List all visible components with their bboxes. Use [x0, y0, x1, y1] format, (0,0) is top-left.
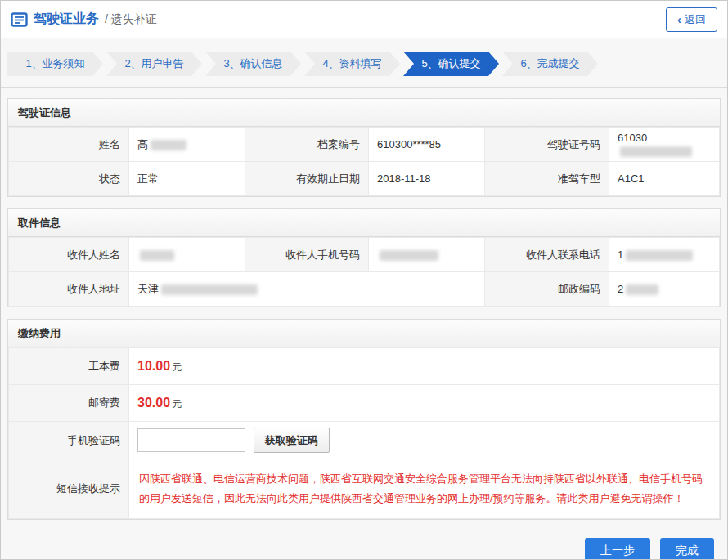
license-no-label: 驾驶证号码 — [485, 128, 609, 162]
header: 驾驶证业务 / 遗失补证 ‹ 返回 — [1, 1, 727, 38]
get-sms-code-button[interactable]: 获取验证码 — [254, 428, 330, 453]
table-row: 工本费 10.00元 — [9, 348, 720, 385]
footer-actions: 上一步 完成 — [7, 531, 721, 560]
sms-code-label: 手机验证码 — [9, 422, 129, 459]
step-tabs: 1、业务须知 2、用户申告 3、确认信息 4、资料填写 5、确认提交 6、完成提… — [1, 38, 727, 88]
pickup-info-title: 取件信息 — [8, 209, 720, 237]
step-tab-5-active[interactable]: 5、确认提交 — [403, 52, 499, 76]
recipient-tel-label: 收件人联系电话 — [485, 238, 609, 272]
production-fee-value: 10.00元 — [129, 348, 720, 385]
production-fee-label: 工本费 — [9, 348, 129, 385]
step-tab-1[interactable]: 1、业务须知 — [7, 52, 103, 76]
payment-title: 缴纳费用 — [8, 320, 720, 347]
redacted-value — [626, 284, 658, 295]
postcode-label: 邮政编码 — [485, 272, 609, 307]
pickup-info-table: 收件人姓名 收件人手机号码 收件人联系电话 1 收件人地址 天津 邮政编码 2 — [8, 237, 720, 307]
table-row: 短信接收提示 因陕西省联通、电信运营商技术问题，陕西省互联网交通安全综合服务管理… — [9, 459, 720, 519]
chevron-left-icon: ‹ — [677, 14, 681, 25]
sms-notice-cell: 因陕西省联通、电信运营商技术问题，陕西省互联网交通安全综合服务管理平台无法向持陕… — [129, 459, 720, 519]
status-value: 正常 — [129, 162, 245, 196]
file-no-value: 610300****85 — [369, 128, 485, 162]
postage-fee-label: 邮寄费 — [9, 385, 129, 422]
sms-notice-label: 短信接收提示 — [9, 459, 129, 519]
recipient-tel-value: 1 — [609, 238, 720, 272]
payment-table: 工本费 10.00元 邮寄费 30.00元 手机验证码 获取验证码 — [8, 347, 720, 519]
table-row: 收件人姓名 收件人手机号码 收件人联系电话 1 — [9, 238, 720, 272]
vehicle-type-label: 准驾车型 — [485, 162, 609, 196]
redacted-value — [626, 250, 693, 261]
license-info-section: 驾驶证信息 姓名 高 档案编号 610300****85 驾驶证号码 61030… — [7, 98, 721, 197]
postcode-value: 2 — [609, 272, 720, 307]
recipient-phone-value — [369, 238, 485, 272]
name-value: 高 — [129, 128, 245, 162]
expiry-value: 2018-11-18 — [369, 162, 485, 196]
recipient-name-label: 收件人姓名 — [9, 238, 129, 272]
step-tab-2[interactable]: 2、用户申告 — [106, 52, 202, 76]
license-info-title: 驾驶证信息 — [8, 99, 720, 127]
pickup-info-section: 取件信息 收件人姓名 收件人手机号码 收件人联系电话 1 收件人地址 天津 邮政… — [7, 208, 721, 307]
redacted-value — [380, 250, 438, 261]
page: 驾驶证业务 / 遗失补证 ‹ 返回 1、业务须知 2、用户申告 3、确认信息 4… — [0, 0, 728, 560]
file-no-label: 档案编号 — [245, 128, 369, 162]
finish-button[interactable]: 完成 — [660, 538, 714, 560]
back-button[interactable]: ‹ 返回 — [666, 7, 717, 32]
sms-notice-text: 因陕西省联通、电信运营商技术问题，陕西省互联网交通安全综合服务管理平台无法向持陕… — [137, 463, 711, 515]
step-tab-4[interactable]: 4、资料填写 — [304, 52, 400, 76]
recipient-address-label: 收件人地址 — [9, 272, 129, 307]
previous-step-button[interactable]: 上一步 — [585, 538, 650, 560]
sms-code-input[interactable] — [137, 428, 245, 452]
license-info-table: 姓名 高 档案编号 610300****85 驾驶证号码 61030 状态 正常… — [8, 127, 720, 196]
vehicle-type-value: A1C1 — [609, 162, 720, 196]
breadcrumb: / 遗失补证 — [105, 12, 157, 27]
license-no-value: 61030 — [609, 128, 720, 162]
table-row: 状态 正常 有效期止日期 2018-11-18 准驾车型 A1C1 — [9, 162, 720, 196]
redacted-value — [151, 140, 186, 150]
step-tab-6[interactable]: 6、完成提交 — [502, 52, 598, 76]
recipient-phone-label: 收件人手机号码 — [245, 238, 369, 272]
recipient-name-value — [129, 238, 245, 272]
content: 驾驶证信息 姓名 高 档案编号 610300****85 驾驶证号码 61030… — [1, 88, 727, 560]
table-row: 收件人地址 天津 邮政编码 2 — [9, 272, 720, 307]
sms-code-cell: 获取验证码 — [129, 422, 720, 459]
license-menu-icon — [11, 12, 28, 27]
step-tab-3[interactable]: 3、确认信息 — [205, 52, 301, 76]
page-title: 驾驶证业务 — [34, 11, 99, 28]
redacted-value — [620, 146, 692, 157]
name-label: 姓名 — [9, 128, 129, 162]
status-label: 状态 — [9, 162, 129, 196]
postage-fee-value: 30.00元 — [129, 385, 720, 422]
redacted-value — [140, 250, 174, 261]
table-row: 姓名 高 档案编号 610300****85 驾驶证号码 61030 — [9, 128, 720, 162]
table-row: 邮寄费 30.00元 — [9, 385, 720, 422]
recipient-address-value: 天津 — [129, 272, 485, 307]
table-row: 手机验证码 获取验证码 — [9, 422, 720, 459]
expiry-label: 有效期止日期 — [245, 162, 369, 196]
payment-section: 缴纳费用 工本费 10.00元 邮寄费 30.00元 手机验证码 — [7, 319, 721, 520]
back-button-label: 返回 — [685, 12, 706, 27]
redacted-value — [161, 284, 258, 295]
